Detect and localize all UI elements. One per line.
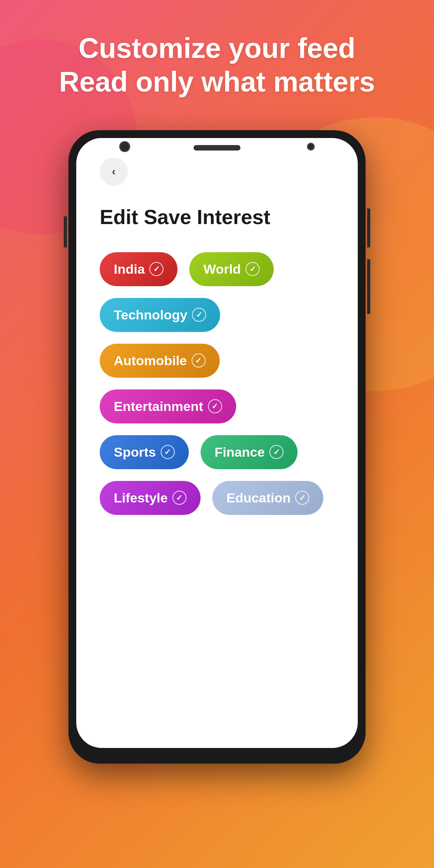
tag-education-check: ✓ (295, 491, 309, 505)
page-title: Edit Save Interest (100, 205, 334, 229)
tag-world[interactable]: World ✓ (189, 252, 274, 286)
tag-lifestyle-check: ✓ (172, 491, 187, 505)
screen-content: ‹ Edit Save Interest India ✓ (76, 138, 358, 748)
tag-technology-label: Technology (114, 307, 187, 323)
phone-screen: ‹ Edit Save Interest India ✓ (76, 138, 358, 748)
front-camera-2 (307, 143, 315, 151)
volume-button (64, 216, 67, 247)
phone-frame: ‹ Edit Save Interest India ✓ (68, 130, 366, 764)
tag-india-check: ✓ (149, 262, 163, 276)
tag-india[interactable]: India ✓ (100, 252, 178, 286)
tag-entertainment-check: ✓ (208, 399, 222, 413)
tag-india-label: India (114, 262, 145, 277)
app-background: Customize your feed Read only what matte… (0, 0, 434, 868)
tag-education-label: Education (226, 490, 291, 506)
tag-entertainment[interactable]: Entertainment ✓ (100, 389, 236, 423)
tag-automobile[interactable]: Automobile ✓ (100, 344, 220, 378)
tag-technology[interactable]: Technology ✓ (100, 298, 220, 332)
header-section: Customize your feed Read only what matte… (36, 0, 398, 122)
power-button (367, 208, 370, 247)
tags-container: India ✓ World ✓ Technology (100, 252, 334, 515)
header-line2: Read only what matters (59, 66, 375, 97)
tag-sports[interactable]: Sports ✓ (100, 435, 189, 469)
tag-finance-check: ✓ (269, 445, 283, 459)
volume-down-button (367, 259, 370, 314)
tag-finance-label: Finance (215, 445, 265, 460)
tag-technology-check: ✓ (192, 308, 206, 322)
tag-finance[interactable]: Finance ✓ (201, 435, 298, 469)
tag-lifestyle-label: Lifestyle (114, 490, 168, 506)
phone-speaker (194, 145, 240, 151)
tag-world-label: World (203, 262, 241, 277)
back-icon: ‹ (112, 165, 115, 178)
tag-entertainment-label: Entertainment (114, 399, 203, 414)
front-camera (119, 141, 130, 152)
header-title: Customize your feed Read only what matte… (59, 31, 375, 99)
tag-education[interactable]: Education ✓ (212, 481, 323, 515)
back-button[interactable]: ‹ (100, 158, 128, 186)
tag-sports-check: ✓ (161, 445, 175, 459)
tag-automobile-label: Automobile (114, 353, 187, 368)
phone-container: ‹ Edit Save Interest India ✓ (68, 130, 366, 764)
tag-automobile-check: ✓ (192, 353, 206, 368)
tag-world-check: ✓ (246, 262, 260, 276)
tag-lifestyle[interactable]: Lifestyle ✓ (100, 481, 201, 515)
header-line1: Customize your feed (79, 32, 355, 64)
tag-sports-label: Sports (114, 445, 156, 460)
